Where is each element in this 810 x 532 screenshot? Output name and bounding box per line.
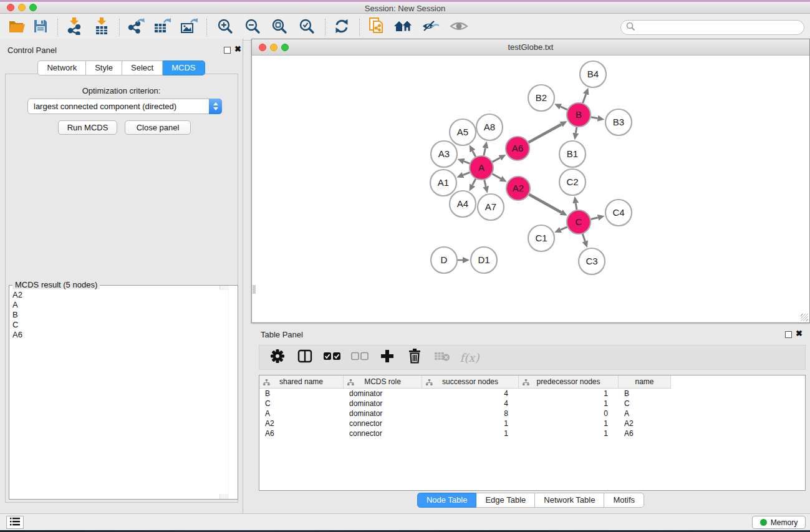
cell-MCDS-role[interactable]: dominator xyxy=(344,409,422,418)
zoom-in-button[interactable] xyxy=(215,17,236,37)
result-item[interactable]: A xyxy=(9,300,228,310)
edge-B-B1[interactable] xyxy=(576,127,577,133)
tab-network[interactable]: Network xyxy=(37,60,86,75)
cell-predecessor-nodes[interactable]: 1 xyxy=(519,418,619,428)
float-table-panel-icon[interactable] xyxy=(785,331,792,338)
edge-B-B2[interactable] xyxy=(561,107,567,110)
table-row[interactable]: A2connector11A2 xyxy=(259,418,805,428)
edge-A-A2[interactable] xyxy=(492,174,501,179)
export-table-button[interactable] xyxy=(152,17,173,37)
float-panel-icon[interactable] xyxy=(224,47,231,54)
export-network-button[interactable] xyxy=(125,17,147,37)
cell-MCDS-role[interactable]: dominator xyxy=(344,399,422,409)
cell-MCDS-role[interactable]: connector xyxy=(344,418,422,428)
edge-A-A3[interactable] xyxy=(464,162,470,163)
edge-C-C4[interactable] xyxy=(591,218,597,220)
cell-shared-name[interactable]: A2 xyxy=(259,418,344,428)
table-row[interactable]: Adominator80A xyxy=(259,409,805,418)
cell-successor-nodes[interactable]: 8 xyxy=(422,409,519,418)
cell-shared-name[interactable]: A6 xyxy=(259,428,344,438)
zoom-selected-button[interactable] xyxy=(296,17,317,37)
edge-A-A4[interactable] xyxy=(473,179,476,185)
tab-node-table[interactable]: Node Table xyxy=(417,493,477,508)
close-panel-icon[interactable]: ✖ xyxy=(234,44,241,54)
close-panel-button[interactable]: Close panel xyxy=(125,120,191,135)
cell-predecessor-nodes[interactable]: 1 xyxy=(519,399,619,409)
tab-style[interactable]: Style xyxy=(86,60,122,75)
edge-C-C3[interactable] xyxy=(582,234,585,241)
edge-A-A5[interactable] xyxy=(473,151,476,157)
show-column-panel-button[interactable] xyxy=(296,348,314,367)
cell-MCDS-role[interactable]: connector xyxy=(344,428,422,438)
search-field[interactable] xyxy=(620,20,804,35)
select-all-columns-button[interactable] xyxy=(323,348,342,367)
cell-name[interactable]: C xyxy=(619,399,671,409)
refresh-button[interactable] xyxy=(331,17,352,37)
edge-A-A6[interactable] xyxy=(493,158,500,162)
unselect-all-columns-button[interactable] xyxy=(350,348,369,367)
create-column-button[interactable] xyxy=(378,348,397,367)
zoom-fit-button[interactable] xyxy=(269,17,290,37)
edge-B-B4[interactable] xyxy=(583,94,586,103)
cell-predecessor-nodes[interactable]: 1 xyxy=(519,428,619,438)
hide-selected-button[interactable] xyxy=(420,17,441,37)
cell-predecessor-nodes[interactable]: 1 xyxy=(519,389,619,399)
import-network-button[interactable] xyxy=(64,17,85,37)
edge-B-B3[interactable] xyxy=(591,117,598,118)
cell-name[interactable]: A xyxy=(619,409,671,418)
open-file-button[interactable] xyxy=(6,17,27,37)
table-settings-button[interactable] xyxy=(268,348,287,367)
cell-shared-name[interactable]: B xyxy=(259,389,344,399)
cell-name[interactable]: B xyxy=(619,389,671,399)
function-builder-button[interactable]: f(x) xyxy=(460,348,479,367)
table-row[interactable]: A6connector11A6 xyxy=(259,428,805,438)
home-layout-button[interactable] xyxy=(393,17,414,37)
edge-A2-C[interactable] xyxy=(529,195,561,213)
cell-MCDS-role[interactable]: dominator xyxy=(344,389,422,399)
resize-grip-icon[interactable] xyxy=(801,314,808,321)
zoom-out-button[interactable] xyxy=(242,17,263,37)
cell-successor-nodes[interactable]: 1 xyxy=(422,428,519,438)
column-header-name[interactable]: name xyxy=(619,375,671,389)
node-table[interactable]: shared nameMCDS rolesuccessor nodesprede… xyxy=(259,375,806,491)
edge-C-C2[interactable] xyxy=(576,203,577,210)
result-item[interactable]: B xyxy=(9,310,228,320)
edge-A6-B[interactable] xyxy=(529,124,561,142)
cell-successor-nodes[interactable]: 1 xyxy=(422,418,519,428)
result-item[interactable]: C xyxy=(9,320,228,330)
search-input[interactable] xyxy=(635,21,804,34)
import-table-button[interactable] xyxy=(91,17,112,37)
show-panels-button[interactable] xyxy=(6,516,24,529)
cell-successor-nodes[interactable]: 4 xyxy=(422,389,519,399)
export-image-button[interactable] xyxy=(178,17,200,37)
table-row[interactable]: Cdominator41C xyxy=(259,399,805,409)
cell-predecessor-nodes[interactable]: 0 xyxy=(519,409,619,418)
cell-shared-name[interactable]: C xyxy=(259,399,344,409)
network-canvas[interactable]: B4B2BB3A8A5A6A3B1AA1C2A2A4A7C4CC1C3DD1 xyxy=(252,56,809,322)
cell-successor-nodes[interactable]: 4 xyxy=(422,399,519,409)
save-session-button[interactable] xyxy=(30,17,51,37)
tab-mcds[interactable]: MCDS xyxy=(163,60,205,75)
criterion-dropdown[interactable]: largest connected component (directed) xyxy=(27,99,222,114)
tab-edge-table[interactable]: Edge Table xyxy=(476,493,535,508)
tab-motifs[interactable]: Motifs xyxy=(604,493,644,508)
canvas-vertical-scrollbar[interactable] xyxy=(253,285,256,294)
tab-network-table[interactable]: Network Table xyxy=(535,493,604,508)
show-all-button[interactable] xyxy=(448,17,470,37)
column-header-MCDS-role[interactable]: MCDS role xyxy=(344,375,422,389)
cell-name[interactable]: A6 xyxy=(619,428,671,438)
network-graph[interactable]: B4B2BB3A8A5A6A3B1AA1C2A2A4A7C4CC1C3DD1 xyxy=(252,56,809,322)
table-row[interactable]: Bdominator41B xyxy=(259,389,805,399)
run-mcds-button[interactable]: Run MCDS xyxy=(58,120,117,135)
tab-select[interactable]: Select xyxy=(122,60,163,75)
memory-button[interactable]: Memory xyxy=(752,516,806,529)
delete-column-button[interactable] xyxy=(405,348,424,367)
column-header-predecessor-nodes[interactable]: predecessor nodes xyxy=(519,375,619,389)
column-header-shared-name[interactable]: shared name xyxy=(259,375,344,389)
copy-network-button[interactable] xyxy=(367,17,388,37)
window-titlebar[interactable]: Session: New Session xyxy=(0,2,810,14)
delete-table-button[interactable] xyxy=(433,348,451,367)
edge-A-A1[interactable] xyxy=(463,172,470,175)
edge-A-A7[interactable] xyxy=(485,180,486,186)
column-header-successor-nodes[interactable]: successor nodes xyxy=(422,375,519,389)
